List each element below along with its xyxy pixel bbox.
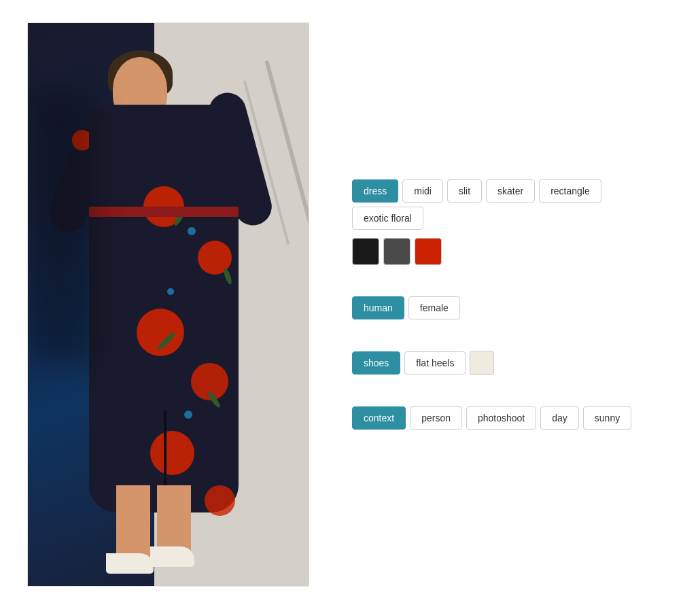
slit-tag[interactable]: slit <box>447 179 482 203</box>
female-tag[interactable]: female <box>408 296 460 319</box>
day-tag[interactable]: day <box>540 406 579 430</box>
human-tag-group: human female <box>350 294 673 321</box>
blue-flower-3 <box>184 411 192 419</box>
fashion-image <box>28 23 309 586</box>
color-swatch-cream[interactable] <box>470 351 494 375</box>
exotic-floral-tag[interactable]: exotic floral <box>352 207 423 230</box>
shoes-tag-group: shoes flat heels <box>350 349 673 377</box>
human-section: human female <box>350 294 673 321</box>
color-swatch-red[interactable] <box>415 238 442 265</box>
skater-tag[interactable]: skater <box>486 179 535 203</box>
sunny-tag[interactable]: sunny <box>583 406 631 430</box>
shoes-category-tag[interactable]: shoes <box>352 351 400 375</box>
person-tag[interactable]: person <box>410 406 462 430</box>
leaf-2 <box>222 267 233 285</box>
photoshoot-tag[interactable]: photoshoot <box>466 406 536 430</box>
midi-tag[interactable]: midi <box>402 179 443 203</box>
context-section: context person photoshoot day sunny <box>350 404 673 432</box>
dress-category-tag[interactable]: dress <box>352 179 398 203</box>
dress-body <box>89 105 239 512</box>
human-category-tag[interactable]: human <box>352 296 404 319</box>
flat-heels-tag[interactable]: flat heels <box>404 351 466 375</box>
shoe-left <box>106 553 154 574</box>
rectangle-tag[interactable]: rectangle <box>539 179 601 203</box>
shadow-overlay <box>28 91 96 363</box>
blue-flower-1 <box>188 227 196 235</box>
floral-5 <box>150 431 194 475</box>
dress-section: dress midi slit skater rectangle exotic … <box>350 177 673 267</box>
page-container: dress midi slit skater rectangle exotic … <box>0 0 700 609</box>
blue-flower-2 <box>167 288 174 295</box>
tags-panel: dress midi slit skater rectangle exotic … <box>350 164 673 445</box>
context-tag-group: context person photoshoot day sunny <box>350 404 673 432</box>
shoe-right <box>150 546 194 567</box>
image-panel <box>27 22 309 587</box>
color-swatch-darkgray[interactable] <box>383 238 410 265</box>
context-category-tag[interactable]: context <box>352 406 406 430</box>
color-swatch-black[interactable] <box>352 238 379 265</box>
floral-6 <box>205 485 235 516</box>
shoes-section: shoes flat heels <box>350 349 673 377</box>
dress-color-row <box>350 236 673 267</box>
dress-tag-group: dress midi slit skater rectangle exotic … <box>350 177 673 232</box>
